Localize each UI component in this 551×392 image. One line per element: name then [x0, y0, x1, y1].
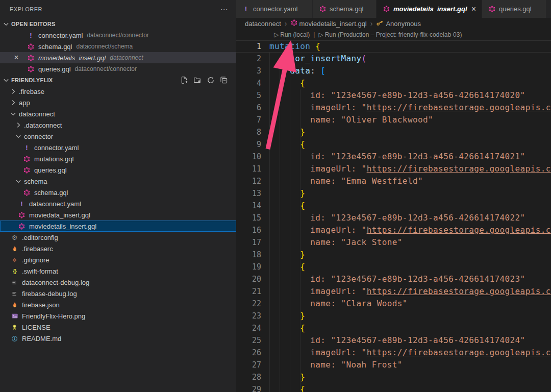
code-line-27[interactable]: 27 name: "Noah Frost" — [236, 359, 551, 371]
more-actions-icon[interactable]: ⋯ — [220, 6, 229, 13]
chevron-right-icon — [9, 87, 17, 95]
folder-name: connector — [24, 133, 53, 140]
line-number: 25 — [236, 334, 261, 347]
tree-item-moviedata_insert.gql[interactable]: moviedata_insert.gql — [0, 209, 236, 220]
code-line-2[interactable]: 2 actor_insertMany( — [236, 53, 551, 65]
tab-connector.yaml[interactable]: !connector.yaml — [236, 0, 312, 18]
code-line-11[interactable]: 11 imageUrl: "https://firebasestorage.go… — [236, 163, 551, 175]
code-line-15[interactable]: 15 id: "123e4567-e89b-12d3-a456-42661417… — [236, 212, 551, 224]
code-line-9[interactable]: 9 { — [236, 138, 551, 151]
tree-item-README.md[interactable]: README.md — [0, 333, 236, 344]
open-editor-path: dataconnect — [110, 54, 143, 61]
code-line-6[interactable]: 6 imageUrl: "https://firebasestorage.goo… — [236, 102, 551, 114]
file-name: queries.gql — [34, 166, 67, 174]
code-line-12[interactable]: 12 name: "Emma Westfield" — [236, 175, 551, 187]
tree-item-.gitignore[interactable]: .gitignore — [0, 254, 236, 265]
graphql-icon — [22, 189, 31, 196]
yaml-exclamation-icon: ! — [22, 144, 31, 152]
code-line-17[interactable]: 17 name: "Jack Stone" — [236, 236, 551, 249]
chevron-down-icon — [14, 177, 22, 185]
code-line-7[interactable]: 7 name: "Oliver Blackwood" — [236, 114, 551, 126]
chevron-right-icon — [14, 121, 22, 129]
tree-item-moviedetails_insert.gql[interactable]: moviedetails_insert.gql — [0, 220, 236, 232]
file-name: dataconnect-debug.log — [22, 279, 89, 286]
open-editor-item[interactable]: schema.gqldataconnect/schema — [0, 41, 236, 52]
file-name: LICENSE — [22, 324, 51, 331]
workspace-header[interactable]: FRIENDLYFLIX — [0, 75, 236, 86]
new-file-icon[interactable] — [180, 76, 189, 85]
open-editor-item[interactable]: queries.gqldataconnect/connector — [0, 63, 236, 75]
line-number: 2 — [236, 53, 261, 65]
code-line-29[interactable]: 29 { — [236, 383, 551, 392]
code-line-14[interactable]: 14 { — [236, 200, 551, 212]
close-icon[interactable]: × — [14, 53, 18, 62]
firebase-flame-icon — [10, 245, 19, 252]
run-production-link[interactable]: ▷ Run (Production – Project: friendly-fl… — [318, 31, 462, 38]
code-line-25[interactable]: 25 id: "123e4567-e89b-12d3-a456-42661417… — [236, 334, 551, 347]
code-line-13[interactable]: 13 } — [236, 187, 551, 200]
code-line-8[interactable]: 8 } — [236, 126, 551, 138]
open-editor-path: dataconnect/connector — [87, 32, 148, 39]
tree-item-.swift-format[interactable]: {}.swift-format — [0, 265, 236, 277]
code-line-20[interactable]: 20 id: "123e4567-e89b-12d3-a456-42661417… — [236, 273, 551, 285]
tree-item-dataconnect[interactable]: dataconnect — [0, 108, 236, 119]
code-line-16[interactable]: 16 imageUrl: "https://firebasestorage.go… — [236, 224, 551, 236]
tree-item-connector[interactable]: connector — [0, 131, 236, 142]
code-line-28[interactable]: 28 } — [236, 371, 551, 383]
run-local-link[interactable]: ▷ Run (local) — [274, 31, 310, 38]
open-editor-name: queries.gql — [38, 65, 71, 73]
graphql-icon — [318, 6, 327, 12]
tree-item-app[interactable]: app — [0, 97, 236, 108]
refresh-icon[interactable] — [207, 76, 215, 85]
tree-item-firebase.json[interactable]: firebase.json — [0, 299, 236, 310]
tree-item-.dataconnect[interactable]: .dataconnect — [0, 119, 236, 131]
line-number: 20 — [236, 273, 261, 285]
code-line-3[interactable]: 3 data: [ — [236, 65, 551, 77]
code-line-18[interactable]: 18 } — [236, 249, 551, 261]
code-line-26[interactable]: 26 imageUrl: "https://firebasestorage.go… — [236, 347, 551, 359]
license-ribbon-icon — [10, 324, 19, 331]
close-icon[interactable]: × — [471, 5, 476, 13]
breadcrumb-separator: › — [370, 19, 373, 28]
code-line-5[interactable]: 5 id: "123e4567-e89b-12d3-a456-426614174… — [236, 89, 551, 102]
code-line-1[interactable]: 1mutation { — [236, 40, 551, 53]
open-editors-header[interactable]: OPEN EDITORS — [0, 18, 236, 30]
tab-queries.gql[interactable]: queries.gql — [482, 0, 546, 18]
open-editor-item[interactable]: ×moviedetails_insert.gqldataconnect — [0, 52, 236, 63]
tree-item-firebase-debug.log[interactable]: firebase-debug.log — [0, 288, 236, 299]
tree-item-.firebase[interactable]: .firebase — [0, 86, 236, 97]
code-line-4[interactable]: 4 { — [236, 77, 551, 89]
tree-item-schema[interactable]: schema — [0, 176, 236, 187]
tree-item-schema.gql[interactable]: schema.gql — [0, 187, 236, 198]
yaml-exclamation-icon: ! — [242, 5, 250, 13]
tab-schema.gql[interactable]: schema.gql — [313, 0, 376, 18]
breadcrumb-item[interactable]: moviedetails_insert.gql — [291, 19, 367, 28]
code-editor[interactable]: 1mutation {2 actor_insertMany(3 data: [4… — [236, 40, 551, 392]
graphql-icon — [22, 156, 31, 162]
code-line-10[interactable]: 10 id: "123e4567-e89b-12d3-a456-42661417… — [236, 151, 551, 163]
tree-item-connector.yaml[interactable]: !connector.yaml — [0, 142, 236, 153]
tab-moviedetails_insert.gql[interactable]: moviedetails_insert.gql× — [377, 0, 482, 18]
file-name: FriendlyFlix-Hero.png — [22, 312, 85, 320]
code-line-19[interactable]: 19 { — [236, 261, 551, 273]
tree-item-mutations.gql[interactable]: mutations.gql — [0, 153, 236, 164]
collapse-all-icon[interactable] — [220, 76, 229, 85]
tree-item-dataconnect-debug.log[interactable]: dataconnect-debug.log — [0, 277, 236, 288]
code-line-24[interactable]: 24 { — [236, 322, 551, 334]
tree-item-dataconnect.yaml[interactable]: !dataconnect.yaml — [0, 198, 236, 209]
tree-item-.firebaserc[interactable]: .firebaserc — [0, 243, 236, 254]
open-editor-item[interactable]: !connector.yamldataconnect/connector — [0, 30, 236, 41]
tree-item-LICENSE[interactable]: LICENSE — [0, 322, 236, 333]
tree-item-.editorconfig[interactable]: ⚙.editorconfig — [0, 232, 236, 243]
code-line-21[interactable]: 21 imageUrl: "https://firebasestorage.go… — [236, 285, 551, 298]
breadcrumb-item[interactable]: Anonymous — [376, 19, 421, 28]
breadcrumb-item[interactable]: dataconnect — [245, 20, 281, 28]
braces-icon: {} — [10, 268, 19, 274]
new-folder-icon[interactable] — [193, 76, 202, 85]
code-line-22[interactable]: 22 name: "Clara Woods" — [236, 298, 551, 310]
tree-item-queries.gql[interactable]: queries.gql — [0, 164, 236, 176]
file-name: moviedata_insert.gql — [29, 211, 90, 219]
folder-name: dataconnect — [19, 110, 55, 118]
code-line-23[interactable]: 23 } — [236, 310, 551, 322]
tree-item-FriendlyFlix-Hero.png[interactable]: FriendlyFlix-Hero.png — [0, 310, 236, 322]
